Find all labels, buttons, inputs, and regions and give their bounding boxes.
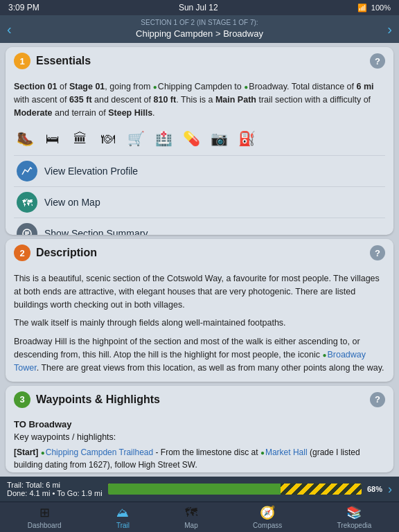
description-header-left: 2 Description [14,245,97,261]
difficulty: Moderate [14,108,53,118]
tab-map-label: Map [184,522,197,529]
essentials-header-left: 1 Essentials [14,53,91,69]
description-header: 2 Description ? [6,239,393,267]
medical-icon: 🏥 [152,127,175,150]
wp1-text: - From the limestone disc at [156,447,260,457]
tab-bar: ⊞ Dashboard ⛰ Trail 🗺 Map 🧭 Compass 📚 Tr… [0,502,399,532]
trekopedia-icon: 📚 [346,505,362,520]
desc-para-4: There are some steep portions on the Bro… [14,380,385,381]
food-icon: 🍽 [97,127,119,150]
elevation-icon [21,166,33,177]
elevation-icon-circle [17,161,37,181]
wp1-market-hall-link[interactable]: Market Hall [260,447,308,457]
ascent: 635 ft [69,95,92,105]
trail-bar: Trail: Total: 6 mi Done: 4.1 mi • To Go:… [0,477,399,502]
elevation-label: View Elevation Profile [44,166,138,177]
waypoints-title: Waypoints & Highlights [36,393,160,406]
map-tab-icon: 🗺 [185,506,197,520]
progress-bar [108,484,362,495]
nav-header: ‹ SECTION 1 OF 2 (IN STAGE 1 OF 7): Chip… [0,15,399,43]
description-card: 2 Description ? This is a beautiful, sce… [6,239,393,381]
essentials-card: 1 Essentials ? Section 01 of Stage 01, g… [6,47,393,235]
trail-togo: To Go: 1.9 mi [57,489,102,497]
section-summary-icon [21,228,33,235]
section-summary-label: Show Section Summary [44,228,148,235]
wifi-icon: 📶 [357,3,367,12]
tab-trekopedia-label: Trekopedia [337,522,372,529]
stage-label: Stage 01 [69,82,105,91]
tab-trail-label: Trail [116,522,130,529]
tab-trail[interactable]: ⛰ Trail [111,506,135,529]
status-time: 3:09 PM [8,3,39,12]
compass-icon: 🧭 [260,505,275,520]
wp1-label: [Start] [14,447,41,457]
tab-compass[interactable]: 🧭 Compass [247,505,287,529]
waypoints-card: 3 Waypoints & Highlights ? TO Broadway K… [6,386,393,472]
waypoints-num: 3 [14,391,30,408]
trail-done: Done: 4.1 mi [7,489,50,497]
map-icon: 🗺 [22,197,33,209]
descent: 810 ft [154,95,177,105]
trail-done-togo: Done: 4.1 mi • To Go: 1.9 mi [7,489,103,497]
show-section-summary-row[interactable]: Show Section Summary [14,218,385,235]
section-summary-icon-circle [17,223,37,235]
description-help-icon[interactable]: ? [370,245,385,260]
path-type: Main Path [215,95,256,105]
amenity-icons: 🥾 🛏 🏛 🍽 🛒 🏥 💊 📷 ⛽ [14,125,385,155]
tab-map[interactable]: 🗺 Map [179,506,203,529]
store-icon: 🛒 [125,127,147,150]
trail-chevron-icon[interactable]: › [388,482,392,497]
tab-dashboard-label: Dashboard [28,522,62,529]
camera-icon: 📷 [208,127,230,150]
desc-para-2: The walk itself is mainly through fields… [14,317,385,330]
nav-subtitle: SECTION 1 OF 2 (IN STAGE 1 OF 7): [28,18,371,28]
map-icon-circle: 🗺 [17,192,37,213]
description-title: Description [36,247,97,259]
wp1-trailhead-link[interactable]: Chipping Campden Trailhead [41,447,153,457]
terrain: Steep Hills [108,108,152,118]
tab-compass-label: Compass [253,522,282,529]
description-body: This is a beautiful, scenic section of t… [6,267,393,381]
progress-fill [108,484,281,495]
nav-title: Chipping Campden > Broadway [28,28,371,40]
desc-para-1: This is a beautiful, scenic section of t… [14,272,385,311]
essentials-header: 1 Essentials ? [6,47,393,75]
pharmacy-icon: 💊 [180,127,202,150]
nav-back-button[interactable]: ‹ [7,19,12,39]
essentials-body: Section 01 of Stage 01, going from Chipp… [6,75,393,235]
waypoints-intro: Key waypoints / highlights: [14,432,385,442]
trail-icon: ⛰ [116,506,129,520]
trail-total: Trail: Total: 6 mi [7,481,103,489]
waypoints-direction: TO Broadway [14,419,385,429]
to-location: Broadway [244,82,287,91]
fuel-icon: ⛽ [236,127,258,150]
view-elevation-row[interactable]: View Elevation Profile [14,155,385,186]
lodging-icon: 🛏 [42,127,64,150]
essentials-num: 1 [14,53,30,69]
waypoints-header-left: 3 Waypoints & Highlights [14,391,160,408]
map-label: View on Map [44,197,100,208]
waypoint-1: [Start] Chipping Campden Trailhead - Fro… [14,446,385,471]
nav-forward-button[interactable]: › [387,19,392,39]
tab-dashboard[interactable]: ⊞ Dashboard [22,505,67,529]
progress-pct: 68% [367,485,382,493]
hike-icon: 🥾 [14,127,36,150]
status-bar: 3:09 PM Sun Jul 12 📶 100% [0,0,399,15]
broadway-tower-link[interactable]: Broadway Tower [14,350,366,373]
battery-label: 100% [371,3,391,12]
waypoints-body: TO Broadway Key waypoints / highlights: … [6,414,393,472]
waypoints-header: 3 Waypoints & Highlights ? [6,386,393,414]
view-map-row[interactable]: 🗺 View on Map [14,186,385,218]
waypoints-help-icon[interactable]: ? [370,392,385,407]
status-date: Sun Jul 12 [179,3,218,12]
description-num: 2 [14,245,30,261]
trail-info-block: Trail: Total: 6 mi Done: 4.1 mi • To Go:… [7,481,103,497]
tab-trekopedia[interactable]: 📚 Trekopedia [332,505,378,529]
from-location: Chipping Campden [153,82,232,91]
essentials-help-icon[interactable]: ? [370,53,385,69]
desc-para-3: Broadway Hill is the highpoint of the se… [14,335,385,374]
section-num-label: Section 01 [14,82,57,91]
heritage-icon: 🏛 [69,127,91,150]
essentials-title: Essentials [36,55,91,67]
dashboard-icon: ⊞ [39,505,50,520]
